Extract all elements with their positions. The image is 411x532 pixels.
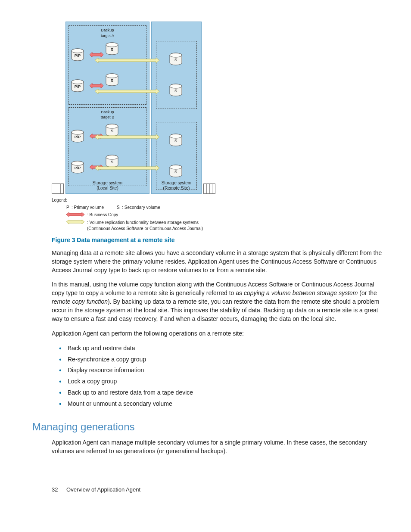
paragraph-operations-intro: Application Agent can perform the follow…: [52, 330, 385, 338]
secondary-volume-icon: S: [169, 165, 184, 178]
svg-text:S: S: [111, 129, 113, 133]
svg-text:P/P: P/P: [75, 84, 81, 89]
legend-s-symbol: S: [117, 205, 120, 210]
secondary-volume-icon: S: [105, 124, 120, 137]
legend-p-desc: : Primary volume: [72, 205, 104, 210]
local-site-panel: Backup target A P/P S P: [65, 22, 149, 194]
legend-business-copy: : Business Copy: [87, 212, 118, 218]
business-copy-arrow-icon: [90, 52, 103, 58]
business-copy-arrow-icon: [90, 165, 103, 171]
paragraph-remote-copy-function: In this manual, using the volume copy fu…: [52, 280, 385, 323]
svg-text:P/P: P/P: [75, 135, 81, 139]
primary-volume-icon: P/P: [71, 130, 88, 143]
secondary-volume-icon: S: [105, 73, 120, 87]
primary-volume-icon: P/P: [71, 79, 88, 93]
secondary-volume-icon: S: [105, 155, 120, 168]
svg-text:S: S: [174, 58, 177, 62]
svg-text:S: S: [174, 139, 177, 143]
legend-s-desc: : Secondary volume: [122, 205, 160, 210]
business-copy-arrow-icon: [90, 83, 103, 89]
backup-target-a-label: Backup target A: [71, 28, 144, 39]
paragraph-remote-site-intro: Managing data at a remote site allows yo…: [52, 249, 385, 275]
page-footer: 32 Overview of Application Agent: [32, 486, 389, 494]
svg-text:S: S: [174, 89, 177, 93]
local-site-label: Storage system (Local Site): [66, 180, 149, 191]
primary-volume-icon: P/P: [71, 48, 88, 62]
svg-text:S: S: [111, 160, 113, 164]
list-item: Back up and restore data: [59, 344, 389, 353]
svg-text:P/P: P/P: [75, 166, 81, 170]
storage-rack-icon: [203, 184, 215, 194]
secondary-volume-icon: S: [169, 53, 184, 66]
diagram-legend: Legend: P : Primary volume S : Secondary…: [52, 197, 215, 232]
business-copy-arrow-icon: [90, 134, 103, 140]
backup-target-b-label: Backup target B: [71, 109, 144, 121]
section-heading-managing-generations: Managing generations: [32, 420, 389, 434]
list-item: Lock a copy group: [59, 377, 389, 386]
legend-replication: : Volume replication functionality betwe…: [87, 220, 203, 232]
figure-diagram: Backup target A P/P S P: [52, 22, 389, 232]
footer-title: Overview of Application Agent: [66, 486, 140, 493]
business-copy-arrow-icon: [66, 212, 84, 218]
secondary-volume-icon: S: [169, 134, 184, 147]
list-item: Mount or unmount a secondary volume: [59, 400, 389, 408]
list-item: Back up to and restore data from a tape …: [59, 389, 389, 397]
secondary-volume-icon: S: [169, 84, 184, 97]
remote-site-label: Storage system (Remote Site): [152, 180, 201, 191]
primary-volume-icon: P/P: [71, 161, 88, 174]
page-number: 32: [52, 486, 58, 493]
legend-p-symbol: P: [66, 205, 69, 210]
svg-text:S: S: [174, 170, 177, 174]
remote-site-panel: S S S: [151, 22, 202, 194]
secondary-volume-icon: S: [105, 42, 120, 56]
list-item: Re-synchronize a copy group: [59, 355, 389, 364]
replication-arrow-icon: [66, 220, 84, 225]
svg-text:S: S: [111, 47, 113, 52]
list-item: Display resource information: [59, 366, 389, 375]
storage-rack-icon: [52, 184, 64, 194]
svg-text:P/P: P/P: [75, 53, 81, 58]
figure-caption: Figure 3 Data management at a remote sit…: [52, 236, 389, 245]
operations-list: Back up and restore data Re-synchronize …: [59, 344, 389, 408]
svg-text:S: S: [111, 78, 113, 83]
legend-title: Legend:: [52, 197, 215, 203]
paragraph-generations: Application Agent can manage multiple se…: [52, 439, 385, 456]
